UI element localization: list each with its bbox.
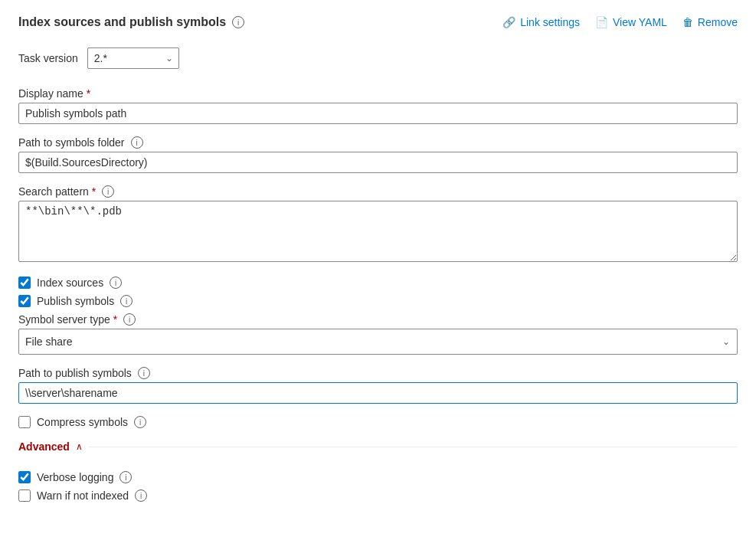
page-title: Index sources and publish symbols xyxy=(18,15,226,29)
verbose-logging-label[interactable]: Verbose logging xyxy=(37,471,113,483)
path-publish-symbols-label-row: Path to publish symbols i xyxy=(18,367,738,379)
advanced-chevron-icon[interactable]: ∧ xyxy=(76,441,83,452)
advanced-section: Advanced ∧ Verbose logging i Warn if not… xyxy=(18,440,738,502)
task-version-label: Task version xyxy=(18,52,78,64)
yaml-icon: 📄 xyxy=(595,16,608,28)
link-icon: 🔗 xyxy=(502,16,515,28)
verbose-logging-info-icon[interactable]: i xyxy=(119,471,132,483)
symbol-server-type-select-wrapper: File share Azure Artifacts ⌄ xyxy=(18,329,738,355)
header-actions: 🔗 Link settings 📄 View YAML 🗑 Remove xyxy=(502,16,738,28)
display-name-group: Display name * xyxy=(18,87,738,124)
header-left: Index sources and publish symbols i xyxy=(18,15,244,29)
search-pattern-label-row: Search pattern * i xyxy=(18,185,738,198)
display-name-label-row: Display name * xyxy=(18,87,738,100)
path-symbols-folder-label: Path to symbols folder xyxy=(18,136,125,149)
view-yaml-label: View YAML xyxy=(613,16,667,28)
path-symbols-folder-label-row: Path to symbols folder i xyxy=(18,136,738,149)
symbol-server-type-group: Symbol server type * i File share Azure … xyxy=(18,313,738,355)
display-name-label: Display name * xyxy=(18,87,90,100)
path-publish-symbols-group: Path to publish symbols i xyxy=(18,367,738,404)
advanced-header: Advanced ∧ xyxy=(18,440,738,459)
title-info-icon[interactable]: i xyxy=(232,16,244,28)
remove-icon: 🗑 xyxy=(682,16,693,28)
search-pattern-textarea[interactable]: **\bin\**\*.pdb xyxy=(18,201,738,262)
publish-symbols-label[interactable]: Publish symbols xyxy=(37,295,114,307)
verbose-logging-checkbox[interactable] xyxy=(18,471,31,483)
symbol-server-type-label-row: Symbol server type * i xyxy=(18,313,738,326)
remove-button[interactable]: 🗑 Remove xyxy=(682,16,738,28)
warn-not-indexed-label[interactable]: Warn if not indexed xyxy=(37,489,129,502)
publish-symbols-checkbox[interactable] xyxy=(18,295,31,307)
warn-not-indexed-row: Warn if not indexed i xyxy=(18,489,738,502)
page-header: Index sources and publish symbols i 🔗 Li… xyxy=(18,15,738,29)
search-pattern-required: * xyxy=(92,185,96,198)
index-sources-info-icon[interactable]: i xyxy=(110,277,122,289)
task-version-select[interactable]: 2.* 1.* xyxy=(87,47,179,69)
verbose-logging-row: Verbose logging i xyxy=(18,471,738,483)
symbol-server-type-select[interactable]: File share Azure Artifacts xyxy=(18,329,738,355)
warn-not-indexed-checkbox[interactable] xyxy=(18,489,31,502)
index-sources-row: Index sources i xyxy=(18,277,738,289)
symbol-server-type-label: Symbol server type * xyxy=(18,313,117,326)
search-pattern-label: Search pattern * xyxy=(18,185,96,198)
task-version-row: Task version 2.* 1.* ⌄ xyxy=(18,47,738,69)
index-sources-label[interactable]: Index sources xyxy=(37,277,103,289)
advanced-divider xyxy=(89,447,738,447)
display-name-input[interactable] xyxy=(18,103,738,124)
compress-symbols-row: Compress symbols i xyxy=(18,416,738,428)
display-name-required: * xyxy=(87,87,90,100)
remove-label: Remove xyxy=(698,16,738,28)
compress-symbols-checkbox[interactable] xyxy=(18,416,31,428)
warn-not-indexed-info-icon[interactable]: i xyxy=(135,489,147,502)
view-yaml-button[interactable]: 📄 View YAML xyxy=(595,16,667,28)
advanced-title[interactable]: Advanced xyxy=(18,440,70,453)
compress-symbols-label[interactable]: Compress symbols xyxy=(37,416,128,428)
search-pattern-group: Search pattern * i **\bin\**\*.pdb xyxy=(18,185,738,264)
task-version-select-wrapper: 2.* 1.* ⌄ xyxy=(87,47,179,69)
path-publish-symbols-info-icon[interactable]: i xyxy=(138,367,150,379)
symbol-server-type-info-icon[interactable]: i xyxy=(123,313,136,326)
path-symbols-folder-info-icon[interactable]: i xyxy=(131,136,143,149)
path-publish-symbols-label: Path to publish symbols xyxy=(18,367,132,379)
publish-symbols-row: Publish symbols i xyxy=(18,295,738,307)
publish-symbols-info-icon[interactable]: i xyxy=(120,295,133,307)
index-sources-checkbox[interactable] xyxy=(18,277,31,289)
symbol-server-type-required: * xyxy=(113,313,117,326)
path-symbols-folder-group: Path to symbols folder i xyxy=(18,136,738,173)
path-publish-symbols-input[interactable] xyxy=(18,382,738,404)
path-symbols-folder-input[interactable] xyxy=(18,152,738,173)
compress-symbols-info-icon[interactable]: i xyxy=(134,416,146,428)
link-settings-button[interactable]: 🔗 Link settings xyxy=(502,16,580,28)
link-settings-label: Link settings xyxy=(520,16,580,28)
search-pattern-info-icon[interactable]: i xyxy=(102,185,114,198)
